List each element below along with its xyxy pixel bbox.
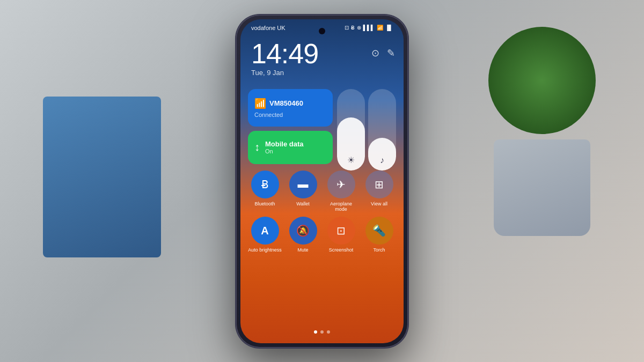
bg-box [43, 97, 161, 257]
sliders-area: ☀ ♪ [337, 89, 396, 171]
tiles-area: 📶 VM850460 Connected ↕ Mobile data On [248, 89, 396, 257]
mobile-tile[interactable]: ↕ Mobile data On [248, 131, 333, 164]
auto-brightness-label: Auto brightness [248, 247, 282, 253]
torch-label: Torch [373, 247, 385, 253]
screenshot-icon: ⊡ [336, 224, 346, 237]
screenshot-label: Screenshot [329, 247, 354, 253]
mobile-status: On [265, 148, 304, 154]
phone: vodafone UK ⊡ Ƀ ⊗ ▌▌▌ 📶 ▐▌ 14:49 Tue, 9 … [236, 15, 408, 348]
mute-icon: 🔕 [296, 224, 310, 237]
mute-btn[interactable]: 🔕 [289, 217, 317, 245]
view-all-icon: ⊞ [375, 178, 384, 191]
screenshot-btn[interactable]: ⊡ [327, 217, 355, 245]
signal-icon: ▌▌▌ [363, 25, 375, 31]
brightness-edit-icon[interactable]: ⊙ [371, 47, 379, 59]
volume-slider[interactable]: ♪ [368, 89, 396, 171]
view-all-label: View all [371, 201, 387, 207]
mute-tile[interactable]: 🔕 Mute [286, 217, 320, 253]
bluetooth-icon: Ƀ [261, 178, 269, 191]
mobile-data-icon: ↕ [254, 141, 260, 153]
auto-brightness-tile[interactable]: A Auto brightness [248, 217, 282, 253]
plant-pot [494, 139, 590, 236]
dot-2 [320, 330, 324, 334]
time-display: 14:49 [251, 40, 318, 68]
view-all-tile[interactable]: ⊞ View all [362, 171, 396, 213]
nfc-icon: ⊡ [345, 25, 349, 31]
quick-actions-row1: Ƀ Bluetooth ▬ Wallet ✈ Aero [248, 171, 396, 213]
left-tiles: 📶 VM850460 Connected ↕ Mobile data On [248, 89, 333, 171]
camera-hole [319, 28, 325, 34]
mobile-name: Mobile data [265, 140, 304, 148]
wallet-label: Wallet [296, 201, 310, 207]
main-tiles: 📶 VM850460 Connected ↕ Mobile data On [248, 89, 396, 171]
phone-screen: vodafone UK ⊡ Ƀ ⊗ ▌▌▌ 📶 ▐▌ 14:49 Tue, 9 … [240, 19, 404, 343]
time-area: 14:49 Tue, 9 Jan [251, 40, 318, 77]
view-all-btn[interactable]: ⊞ [365, 171, 393, 198]
wifi-name: VM850460 [269, 99, 303, 107]
quick-actions-row2: A Auto brightness 🔕 Mute ⊡ [248, 217, 396, 253]
wifi-icon: 📶 [254, 98, 266, 109]
aeroplane-label: Aeroplane mode [324, 201, 358, 213]
wifi-status-icon: 📶 [377, 25, 383, 31]
bluetooth-btn[interactable]: Ƀ [251, 171, 279, 198]
aeroplane-icon: ✈ [336, 178, 346, 191]
wifi-icon-row: 📶 VM850460 [254, 98, 326, 109]
auto-brightness-btn[interactable]: A [251, 217, 279, 245]
volume-slider-icon: ♪ [380, 156, 384, 165]
dot-3 [327, 330, 330, 334]
bg-plant [472, 27, 612, 241]
auto-brightness-icon: A [261, 225, 268, 237]
status-icons: ⊡ Ƀ ⊗ ▌▌▌ 📶 ▐▌ [345, 25, 393, 31]
scene: vodafone UK ⊡ Ƀ ⊗ ▌▌▌ 📶 ▐▌ 14:49 Tue, 9 … [0, 0, 644, 362]
plant-leaves [488, 27, 596, 134]
volume-fill [368, 138, 396, 171]
bluetooth-tile[interactable]: Ƀ Bluetooth [248, 171, 282, 213]
pagination-dots [314, 330, 330, 334]
wallet-icon: ▬ [298, 178, 309, 190]
brightness-slider-icon: ☀ [347, 155, 355, 165]
edit-icons-area: ⊙ ✎ [371, 47, 395, 59]
wifi-tile[interactable]: 📶 VM850460 Connected [248, 89, 333, 127]
bluetooth-status-icon: Ƀ [351, 25, 355, 31]
mute-label: Mute [297, 247, 308, 253]
edit-tile-icon[interactable]: ✎ [387, 47, 395, 59]
wifi-status: Connected [254, 112, 326, 118]
wallet-btn[interactable]: ▬ [289, 171, 317, 198]
torch-btn[interactable]: 🔦 [365, 217, 393, 245]
brightness-slider[interactable]: ☀ [337, 89, 365, 171]
screenshot-tile[interactable]: ⊡ Screenshot [324, 217, 358, 253]
torch-tile[interactable]: 🔦 Torch [362, 217, 396, 253]
date-display: Tue, 9 Jan [251, 69, 318, 77]
dot-1 [314, 330, 317, 334]
alarm-icon: ⊗ [357, 25, 361, 31]
torch-icon: 🔦 [372, 224, 386, 237]
wallet-tile[interactable]: ▬ Wallet [286, 171, 320, 213]
bluetooth-label: Bluetooth [254, 201, 275, 207]
battery-icon: ▐▌ [385, 25, 393, 31]
aeroplane-tile[interactable]: ✈ Aeroplane mode [324, 171, 358, 213]
aeroplane-btn[interactable]: ✈ [327, 171, 355, 198]
carrier-label: vodafone UK [251, 25, 286, 31]
mobile-tile-text: Mobile data On [265, 140, 304, 154]
